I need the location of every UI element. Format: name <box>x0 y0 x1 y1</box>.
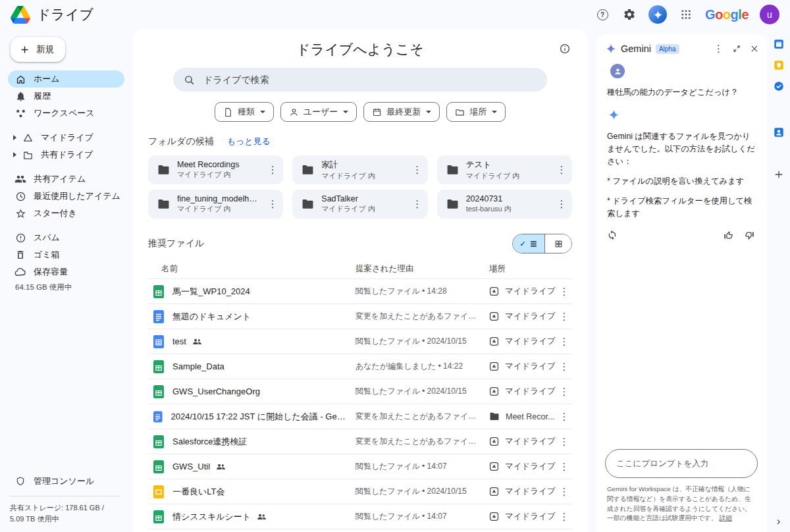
sidebar-item-shared-drives[interactable]: 共有ドライブ <box>8 146 124 163</box>
folder-card[interactable]: fine_tuning_modelhub_outputマイドライブ 内 ⋮ <box>148 190 283 219</box>
calendar-app-icon[interactable] <box>772 38 785 51</box>
panel-more-options-icon[interactable]: ⋮ <box>714 43 724 55</box>
contacts-app-icon[interactable] <box>772 126 785 139</box>
more-options-icon[interactable]: ⋮ <box>556 411 572 423</box>
expand-panel-icon[interactable] <box>732 44 741 53</box>
account-avatar[interactable]: u <box>760 5 779 24</box>
collapse-strip-chevron-icon[interactable]: › <box>777 516 781 527</box>
more-options-icon[interactable]: ⋮ <box>556 311 572 323</box>
drive-location-icon <box>489 487 499 496</box>
grid-view-button[interactable] <box>544 234 571 253</box>
more-options-icon[interactable]: ⋮ <box>556 486 572 498</box>
sidebar-item-history[interactable]: 履歴 <box>8 88 124 105</box>
filter-people-chip[interactable]: ユーザー <box>280 102 357 122</box>
sidebar-item-trash[interactable]: ゴミ箱 <box>8 246 124 263</box>
search-bar[interactable] <box>173 68 547 92</box>
keep-app-icon[interactable] <box>772 59 785 72</box>
folder-card[interactable]: Meet Recordingsマイドライブ 内 ⋮ <box>148 155 283 184</box>
sidebar-item-shared-with-me[interactable]: 共有アイテム <box>8 171 124 188</box>
sidebar-item-storage[interactable]: 保存容量 <box>8 263 124 280</box>
drive-location-icon <box>489 361 499 371</box>
drive-location-icon <box>489 286 499 296</box>
more-options-icon[interactable]: ⋮ <box>556 336 572 348</box>
folder-icon <box>157 165 170 175</box>
table-header: 名前 提案された理由 場所 <box>148 259 572 279</box>
file-row[interactable]: 無題のドキュメント 変更を加えたことがあるファイル • 15:10 マイドライブ… <box>148 304 572 329</box>
file-reason: 閲覧したファイル • 14:07 <box>356 511 489 522</box>
new-button[interactable]: 新規 <box>11 37 65 62</box>
filter-type-chip[interactable]: 種類 <box>215 102 274 122</box>
more-options-icon[interactable]: ⋮ <box>556 461 572 473</box>
regenerate-icon[interactable] <box>607 230 618 240</box>
folder-card[interactable]: 家計マイドライブ 内 ⋮ <box>292 155 427 184</box>
more-options-icon[interactable]: ⋮ <box>409 164 425 176</box>
gemini-prompt-input[interactable] <box>605 449 758 478</box>
thumbs-down-icon[interactable] <box>745 230 754 240</box>
add-addon-icon[interactable] <box>772 168 785 181</box>
sidebar-item-my-drive[interactable]: マイドライブ <box>8 129 124 146</box>
file-row[interactable]: 情シススキルシート 閲覧したファイル • 14:07 マイドライブ ⋮ <box>148 504 572 529</box>
thumbs-up-icon[interactable] <box>724 230 733 240</box>
sidebar-item-home[interactable]: ホーム <box>8 70 124 88</box>
folder-name: 20240731 <box>466 194 546 203</box>
sidebar-item-spam[interactable]: スパム <box>8 229 124 246</box>
help-icon[interactable]: ? <box>594 7 610 22</box>
file-row[interactable]: test 閲覧したファイル • 2024/10/15 マイドライブ ⋮ <box>148 329 572 354</box>
folder-card[interactable]: テストマイドライブ 内 ⋮ <box>437 155 572 184</box>
list-view-button[interactable]: ✓ <box>513 234 544 253</box>
info-icon[interactable] <box>559 43 571 55</box>
shared-people-icon <box>192 338 202 345</box>
folder-card[interactable]: SadTalkerマイドライブ 内 ⋮ <box>292 190 427 219</box>
filter-modified-chip[interactable]: 最終更新 <box>363 102 440 122</box>
gemini-topbar-button[interactable] <box>648 5 667 24</box>
more-options-icon[interactable]: ⋮ <box>556 436 572 448</box>
more-options-icon[interactable]: ⋮ <box>554 198 569 210</box>
file-row[interactable]: 一番良いLT会 閲覧したファイル • 2024/10/15 マイドライブ ⋮ <box>148 479 572 504</box>
sidebar-nav: ホーム 履歴 ワークスペース マイドライブ 共有ドライブ <box>8 70 124 292</box>
search-input[interactable] <box>202 74 537 86</box>
details-link[interactable]: 詳細 <box>719 514 732 521</box>
tasks-app-icon[interactable] <box>772 80 785 93</box>
more-options-icon[interactable]: ⋮ <box>265 198 280 210</box>
user-message: 種牡馬の能力のデータどこだっけ？ <box>607 86 756 99</box>
expand-caret-icon[interactable] <box>13 135 16 140</box>
more-options-icon[interactable]: ⋮ <box>556 511 572 523</box>
sidebar-item-recent[interactable]: 最近使用したアイテム <box>8 188 124 205</box>
file-name: 情シススキルシート <box>172 511 251 523</box>
file-row[interactable]: GWS_Util 閲覧したファイル • 14:07 マイドライブ ⋮ <box>148 454 572 479</box>
see-more-link[interactable]: もっと見る <box>227 136 271 147</box>
file-reason: 閲覧したファイル • 2024/10/15 <box>356 336 489 347</box>
folder-card[interactable]: 20240731test-barusu 内 ⋮ <box>437 190 572 219</box>
file-row[interactable]: 馬一覧_WP10_2024 閲覧したファイル • 14:28 マイドライブ ⋮ <box>148 279 572 304</box>
file-row[interactable]: GWS_UserChangeOrg 閲覧したファイル • 2024/10/15 … <box>148 379 572 404</box>
file-row[interactable]: Salesforce連携検証 変更を加えたことがあるファイル • 16:44 マ… <box>148 429 572 454</box>
folder-icon <box>446 199 459 209</box>
file-row[interactable]: Sample_Data あなたが編集しました • 14:22 マイドライブ ⋮ <box>148 354 572 379</box>
folder-name: Meet Recordings <box>177 160 257 169</box>
apps-grid-icon[interactable] <box>678 7 694 22</box>
more-options-icon[interactable]: ⋮ <box>409 198 425 210</box>
main-content: ドライブへようこそ 種類 ユーザー 最終更 <box>132 29 588 532</box>
filter-location-chip[interactable]: 場所 <box>446 102 506 122</box>
close-panel-icon[interactable] <box>750 44 759 53</box>
more-options-icon[interactable]: ⋮ <box>556 386 572 398</box>
divider <box>9 496 120 496</box>
file-name: 一番良いLT会 <box>172 486 225 498</box>
google-logo: Google <box>705 7 749 22</box>
drive-logo-icon[interactable] <box>11 6 30 24</box>
admin-console-icon <box>14 475 26 487</box>
more-options-icon[interactable]: ⋮ <box>556 361 572 373</box>
suggested-folders: Meet Recordingsマイドライブ 内 ⋮ 家計マイドライブ 内 ⋮ テ… <box>148 155 572 219</box>
sidebar-item-workspaces[interactable]: ワークスペース <box>8 105 124 122</box>
folders-section-title: フォルダの候補 <box>148 136 214 147</box>
sidebar-item-starred[interactable]: スター付き <box>8 205 124 222</box>
folder-icon <box>455 107 465 117</box>
file-location: マイドライブ <box>505 461 556 472</box>
more-options-icon[interactable]: ⋮ <box>556 286 572 298</box>
sidebar-item-admin-console[interactable]: 管理コンソール <box>8 473 122 490</box>
file-row[interactable]: 2024/10/15 17:22 JST に開始した会議 - Gemini によ… <box>148 404 572 429</box>
expand-caret-icon[interactable] <box>13 152 16 157</box>
more-options-icon[interactable]: ⋮ <box>265 164 280 176</box>
settings-gear-icon[interactable] <box>621 7 637 22</box>
more-options-icon[interactable]: ⋮ <box>554 164 569 176</box>
